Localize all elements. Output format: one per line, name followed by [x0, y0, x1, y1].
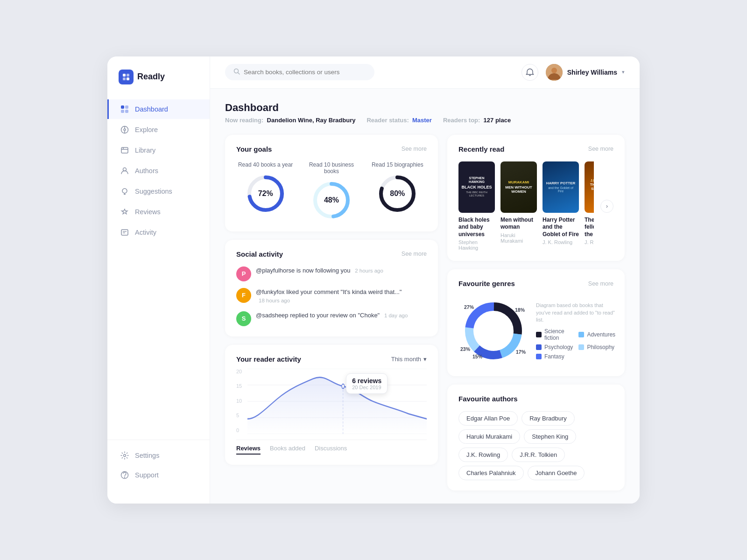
sidebar: Readly Dashboard [107, 56, 210, 504]
svg-line-25 [238, 73, 240, 75]
svg-rect-5 [125, 105, 128, 109]
genres-title: Favourite genres [458, 280, 515, 287]
sidebar-item-settings[interactable]: Settings [107, 446, 210, 465]
sidebar-item-suggestions[interactable]: Suggestions [107, 182, 210, 201]
activity-item-1: P @playfulhorse is now following you 2 h… [236, 266, 427, 281]
author-tag-7[interactable]: Charles Palahniuk [458, 466, 524, 480]
activity-avatar-2: F [236, 288, 251, 303]
donut-1: 72% [245, 173, 287, 215]
chart-tooltip: 6 reviews 20 Dec 2019 [346, 373, 388, 394]
genre-pct-3: 17% [516, 349, 526, 355]
chart-area: 20 15 10 5 0 [236, 369, 427, 434]
dashboard-icon [120, 105, 129, 114]
social-see-more[interactable]: See more [402, 251, 427, 257]
tab-reviews[interactable]: Reviews [236, 445, 261, 455]
author-tag-5[interactable]: J.K. Rowling [458, 448, 508, 462]
author-tag-1[interactable]: Edgar Allan Poe [458, 411, 518, 426]
search-bar[interactable] [225, 64, 374, 80]
author-tag-3[interactable]: Haruki Murakami [458, 429, 520, 444]
page-subtitle: Now reading: Dandelion Wine, Ray Bradbur… [225, 117, 625, 124]
author-tag-8[interactable]: Johann Goethe [528, 466, 585, 480]
sidebar-item-library[interactable]: Library [107, 140, 210, 160]
reader-activity-card: Your reader activity This month ▾ 20 15 … [225, 345, 438, 465]
user-profile[interactable]: Shirley Williams ▾ [546, 64, 625, 81]
search-input[interactable] [244, 69, 366, 76]
sidebar-item-authors[interactable]: Authors [107, 161, 210, 181]
suggestions-icon [120, 187, 129, 196]
fav-authors-header: Favourite authors [458, 395, 613, 403]
sidebar-item-support[interactable]: Support [107, 465, 210, 485]
user-name: Shirley Williams [567, 69, 617, 76]
books-next-arrow[interactable]: › [600, 200, 613, 213]
genre-desc: Diagram based ob books that you've read … [536, 302, 615, 323]
chart-tabs: Reviews Books added Discussions [236, 440, 427, 455]
author-tag-6[interactable]: J.R.R. Tolkien [512, 448, 565, 462]
goal-item-2: Read 10 business books 48% [302, 161, 360, 221]
sidebar-logo: Readly [107, 70, 210, 99]
goal-item-3: Read 15 biographies 80% [368, 161, 427, 221]
genre-pct-1: 27% [464, 304, 474, 310]
books-row: STEPHEN HAWKING BLACK HOLES THE BBC REIT… [458, 161, 594, 251]
goals-see-more[interactable]: See more [402, 146, 427, 152]
tab-discussions[interactable]: Discussions [315, 445, 347, 455]
recently-read-card: Recently read See more STEPHEN HAWKING B… [447, 135, 625, 261]
explore-icon [120, 125, 129, 134]
chevron-down-icon: ▾ [423, 356, 427, 363]
legend-dot-adventures [578, 332, 584, 337]
book-cover-3: HARRY POTTER and the Goblet of Fire [543, 161, 579, 213]
genres-see-more[interactable]: See more [588, 280, 613, 287]
sidebar-item-dashboard[interactable]: Dashboard [107, 99, 210, 119]
left-column: Your goals See more Read 40 books a year [225, 135, 438, 491]
app-name: Readly [137, 72, 165, 82]
reviews-label: Reviews [135, 208, 161, 216]
header-right: Shirley Williams ▾ [521, 64, 625, 81]
svg-rect-0 [123, 74, 126, 77]
goal-label-2: Read 10 business books [302, 161, 360, 175]
author-tag-4[interactable]: Stephen King [524, 429, 576, 444]
svg-rect-7 [125, 110, 128, 113]
activity-icon [120, 228, 129, 237]
settings-icon [120, 451, 129, 460]
genres-content: 27% 18% 17% 15% 23% Diagram based ob boo… [458, 296, 613, 366]
books-container: STEPHEN HAWKING BLACK HOLES THE BBC REIT… [458, 161, 613, 251]
author-tag-2[interactable]: Ray Bradbury [521, 411, 574, 426]
svg-rect-2 [123, 77, 126, 80]
legend-dot-philosophy [578, 344, 584, 350]
book-item-3: HARRY POTTER and the Goblet of Fire Harr… [543, 161, 579, 245]
goals-card: Your goals See more Read 40 books a year [225, 135, 438, 231]
svg-point-22 [124, 455, 126, 457]
legend-dot-fantasy [536, 354, 542, 359]
header: Shirley Williams ▾ [210, 56, 640, 89]
svg-rect-12 [121, 147, 128, 153]
genre-pct-2: 18% [515, 307, 525, 313]
search-icon [233, 68, 240, 76]
period-selector[interactable]: This month ▾ [391, 356, 427, 363]
sidebar-item-activity[interactable]: Activity [107, 223, 210, 242]
legend-adventures: Adventures [578, 328, 615, 341]
book-item-2: MURAKAMI MEN WITHOUT WOMEN Men without w… [500, 161, 537, 244]
legend-sci-fi: Science fiction [536, 328, 573, 341]
chart-svg: 6 reviews 20 Dec 2019 [247, 369, 427, 434]
goal-pct-2: 48% [324, 196, 339, 204]
svg-rect-1 [127, 74, 129, 77]
genres-header: Favourite genres See more [458, 280, 613, 287]
avatar [546, 64, 563, 81]
activity-item-2: F @funkyfox liked your comment "It's kin… [236, 288, 427, 305]
sidebar-item-explore[interactable]: Explore [107, 120, 210, 140]
genres-card: Favourite genres See more [447, 269, 625, 376]
recently-read-see-more[interactable]: See more [588, 146, 613, 152]
support-label: Support [135, 471, 159, 479]
svg-point-16 [122, 189, 127, 193]
goals-header: Your goals See more [236, 145, 427, 153]
tab-books-added[interactable]: Books added [270, 445, 305, 455]
sidebar-item-reviews[interactable]: Reviews [107, 202, 210, 222]
recently-read-header: Recently read See more [458, 145, 613, 153]
activity-text-1: @playfulhorse is now following you 2 hou… [256, 266, 427, 275]
donut-2: 48% [310, 179, 352, 221]
book-cover-1: STEPHEN HAWKING BLACK HOLES THE BBC REIT… [458, 161, 495, 213]
notification-button[interactable] [521, 64, 538, 81]
goals-title: Your goals [236, 145, 272, 153]
activity-avatar-3: S [236, 311, 251, 326]
social-activity-card: Social activity See more P @playfulhorse… [225, 240, 438, 336]
app-container: Readly Dashboard [107, 56, 640, 504]
